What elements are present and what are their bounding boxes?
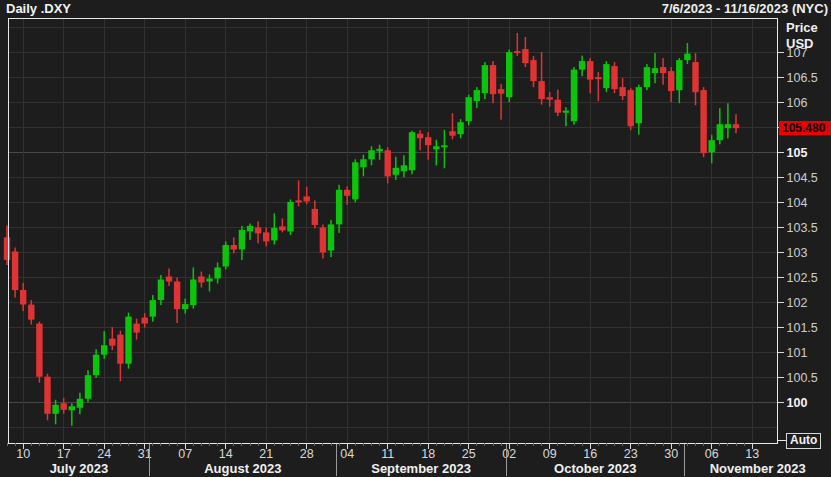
candle [304,187,310,205]
candle [223,241,229,269]
price-axis[interactable]: 107106.5106105104.5104103.5103102.510210… [778,46,818,411]
candle [255,221,261,243]
candle [522,37,528,67]
date-tick-label: 14 [219,447,233,461]
candle [117,331,123,382]
candle [571,67,577,125]
date-tick-label: 11 [381,447,394,461]
candle [166,269,172,287]
candle [482,62,488,99]
date-tick-label: 09 [543,447,557,461]
price-axis-unit-usd: USD [786,36,813,51]
candle [239,226,245,260]
candle [700,87,706,157]
candles [4,33,739,426]
candle [85,370,91,402]
candle [538,52,544,105]
candle [198,272,204,288]
date-tick-label: 18 [421,447,435,461]
candle [709,135,715,164]
candle [101,331,107,359]
candle [449,113,455,139]
candle [668,67,674,102]
chart-window: 107106.5106105104.5104103.5103102.510210… [0,0,831,477]
candle [457,119,463,138]
candle [44,374,50,421]
candle [684,43,690,64]
candle [158,275,164,305]
candle [603,61,609,92]
date-tick-label: 04 [340,447,354,461]
candle [328,220,334,257]
candle [514,33,520,56]
candle [579,56,585,77]
price-tick-label: 104.5 [787,171,818,185]
candle [52,400,58,425]
candle [20,283,26,311]
candle [725,103,731,138]
candle [4,225,10,265]
month-label: September 2023 [371,461,471,476]
date-range-label: 7/6/2023 - 11/16/2023 (NYC) [662,1,828,16]
candlestick-chart[interactable]: 107106.5106105104.5104103.5103102.510210… [0,0,831,477]
date-tick-label: 28 [300,447,314,461]
date-tick-label: 23 [624,447,638,461]
candle [133,319,139,340]
candle [595,72,601,101]
vertical-gridlines [23,19,752,442]
candle [109,327,115,350]
candle [93,349,99,378]
candle [692,53,698,105]
candle [12,248,18,298]
date-tick-label: 24 [97,447,111,461]
candle [150,295,156,322]
month-label: October 2023 [554,461,636,476]
date-tick-label: 16 [583,447,597,461]
candle [182,299,188,314]
date-tick-label: 06 [705,447,719,461]
candle [385,147,391,183]
candle [125,313,131,369]
candle [401,155,407,177]
time-axis[interactable]: 10172431071421280411182502091623300613Ju… [7,443,806,476]
candle [312,200,318,228]
candle [490,61,496,103]
candle [214,263,220,284]
price-tick-label: 106.5 [787,71,818,85]
price-tick-label: 100.5 [787,371,818,385]
candle [474,87,480,108]
last-price-label: 105.480 [779,121,831,135]
auto-scale-button[interactable]: Auto [786,433,821,449]
candle [652,53,658,83]
candle [717,108,723,144]
price-tick-label: 106 [787,96,808,110]
candle [231,237,237,253]
candle [320,224,326,258]
date-tick-label: 02 [502,447,516,461]
candle [263,227,269,246]
candle [190,268,196,309]
candle [61,398,67,414]
month-label: July 2023 [50,461,109,476]
candle [336,185,342,233]
date-tick-label: 13 [745,447,759,461]
candle [409,131,415,175]
candle [28,300,34,325]
price-tick-label: 100 [787,396,808,410]
candle [530,56,536,87]
price-tick-label: 105 [787,146,808,160]
candle [69,403,75,426]
candle [425,132,431,160]
price-tick-label: 103.5 [787,221,818,235]
candle [247,223,253,240]
price-tick-label: 102.5 [787,271,818,285]
month-label: August 2023 [204,461,281,476]
price-tick-label: 103 [787,246,808,260]
candle [466,95,472,126]
date-tick-label: 17 [57,447,71,461]
price-tick-label: 104 [787,196,808,210]
horizontal-gridlines [9,27,777,428]
candle [660,58,666,85]
candle [587,58,593,93]
candle [36,322,42,383]
